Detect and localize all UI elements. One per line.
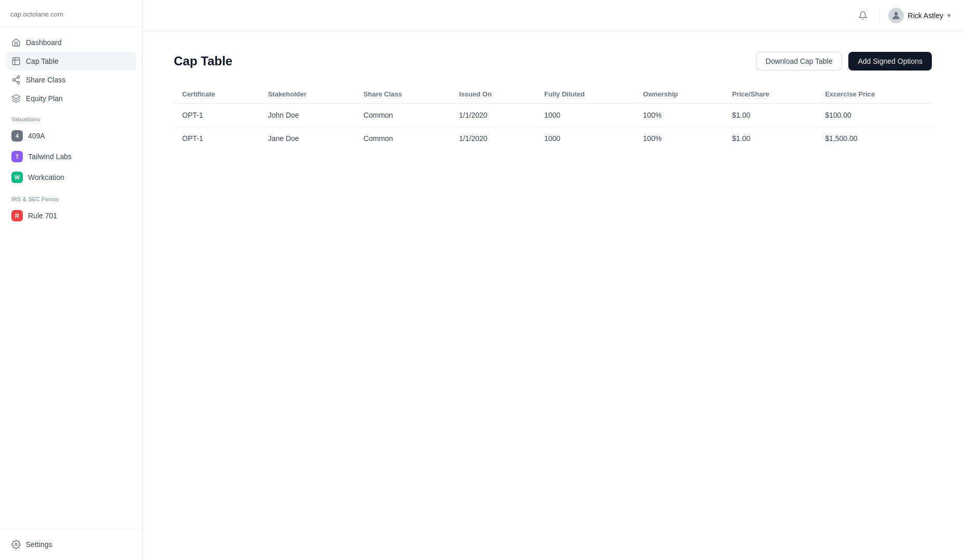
chevron-down-icon: ▾ [947, 12, 951, 19]
col-share-class: Share Class [355, 85, 451, 104]
sidebar-item-409a-label: 409A [28, 132, 45, 140]
cell-issued-on: 1/1/2020 [451, 127, 536, 150]
avatar-icon [891, 10, 901, 21]
col-certificate: Certificate [174, 85, 259, 104]
svg-point-1 [17, 76, 20, 79]
409a-badge: 4 [11, 130, 23, 142]
topbar: Rick Astley ▾ [143, 0, 963, 31]
download-cap-table-button[interactable]: Download Cap Table [756, 52, 843, 71]
sidebar-item-cap-table[interactable]: Cap Table [6, 52, 136, 71]
sidebar-item-settings-label: Settings [26, 540, 52, 549]
svg-point-4 [15, 543, 18, 546]
svg-rect-0 [12, 58, 20, 65]
cap-table: Certificate Stakeholder Share Class Issu… [174, 85, 932, 150]
col-exercise-price: Excercise Price [817, 85, 932, 104]
svg-point-2 [12, 79, 15, 81]
cell-stakeholder: John Doe [259, 104, 355, 127]
cell-issued-on: 1/1/2020 [451, 104, 536, 127]
site-domain: cap.octolane.com [10, 10, 63, 18]
sidebar-item-settings[interactable]: Settings [6, 535, 136, 554]
sidebar: cap.octolane.com Dashboard Cap Table Sha… [0, 0, 143, 560]
sidebar-item-rule-701[interactable]: R Rule 701 [6, 205, 136, 226]
sidebar-item-rule-701-label: Rule 701 [28, 212, 57, 220]
sidebar-item-dashboard-label: Dashboard [26, 38, 62, 47]
cap-table-wrapper: Certificate Stakeholder Share Class Issu… [174, 85, 932, 150]
sidebar-nav: Dashboard Cap Table Share Class Equity P… [0, 27, 142, 226]
username-label: Rick Astley [908, 11, 943, 20]
sidebar-item-equity-plan[interactable]: Equity Plan [6, 89, 136, 108]
cell-exercise-price: $100.00 [817, 104, 932, 127]
cell-price-per-share: $1.00 [724, 127, 817, 150]
sidebar-item-cap-table-label: Cap Table [26, 57, 59, 65]
col-stakeholder: Stakeholder [259, 85, 355, 104]
cell-exercise-price: $1,500.00 [817, 127, 932, 150]
sidebar-item-409a[interactable]: 4 409A [6, 125, 136, 146]
sidebar-item-dashboard[interactable]: Dashboard [6, 33, 136, 52]
page-actions: Download Cap Table Add Signed Options [756, 52, 932, 71]
cell-stakeholder: Jane Doe [259, 127, 355, 150]
cell-price-per-share: $1.00 [724, 104, 817, 127]
cell-ownership: 100% [635, 104, 724, 127]
svg-point-5 [894, 12, 898, 16]
sidebar-item-workcation[interactable]: W Workcation [6, 167, 136, 188]
equity-icon [11, 94, 21, 103]
page-header: Cap Table Download Cap Table Add Signed … [174, 52, 932, 71]
svg-point-3 [17, 81, 20, 84]
user-menu[interactable]: Rick Astley ▾ [888, 8, 951, 23]
sidebar-item-workcation-label: Workcation [28, 173, 64, 181]
table-row[interactable]: OPT-1 John Doe Common 1/1/2020 1000 100%… [174, 104, 932, 127]
cell-fully-diluted: 1000 [536, 127, 635, 150]
cell-share-class: Common [355, 127, 451, 150]
table-body: OPT-1 John Doe Common 1/1/2020 1000 100%… [174, 104, 932, 150]
bell-icon [858, 11, 868, 20]
col-issued-on: Issued On [451, 85, 536, 104]
add-signed-options-button[interactable]: Add Signed Options [848, 52, 932, 71]
settings-icon [11, 540, 21, 549]
sidebar-item-tailwind-labs-label: Tailwind Labs [28, 152, 72, 161]
cell-certificate: OPT-1 [174, 104, 259, 127]
main-content: Rick Astley ▾ Cap Table Download Cap Tab… [143, 0, 963, 560]
valuations-section-label: Valuations [6, 108, 136, 125]
table-icon [11, 57, 21, 66]
workcation-badge: W [11, 172, 23, 183]
site-logo: cap.octolane.com [0, 0, 142, 27]
irs-section-label: IRS & SEC Forms [6, 188, 136, 205]
tailwind-labs-badge: T [11, 151, 23, 162]
cell-certificate: OPT-1 [174, 127, 259, 150]
col-ownership: Ownership [635, 85, 724, 104]
share-icon [11, 75, 21, 85]
table-row[interactable]: OPT-1 Jane Doe Common 1/1/2020 1000 100%… [174, 127, 932, 150]
sidebar-item-tailwind-labs[interactable]: T Tailwind Labs [6, 146, 136, 167]
topbar-divider [879, 9, 880, 22]
sidebar-item-equity-plan-label: Equity Plan [26, 94, 63, 103]
sidebar-item-share-class-label: Share Class [26, 76, 65, 84]
page-content: Cap Table Download Cap Table Add Signed … [143, 31, 963, 560]
col-price-per-share: Price/Share [724, 85, 817, 104]
rule-701-badge: R [11, 210, 23, 221]
sidebar-item-share-class[interactable]: Share Class [6, 71, 136, 89]
sidebar-bottom: Settings [0, 528, 142, 560]
col-fully-diluted: Fully Diluted [536, 85, 635, 104]
cell-share-class: Common [355, 104, 451, 127]
notification-bell[interactable] [855, 7, 871, 24]
cell-fully-diluted: 1000 [536, 104, 635, 127]
table-header: Certificate Stakeholder Share Class Issu… [174, 85, 932, 104]
home-icon [11, 38, 21, 47]
page-title: Cap Table [174, 54, 232, 68]
cell-ownership: 100% [635, 127, 724, 150]
avatar [888, 8, 904, 23]
